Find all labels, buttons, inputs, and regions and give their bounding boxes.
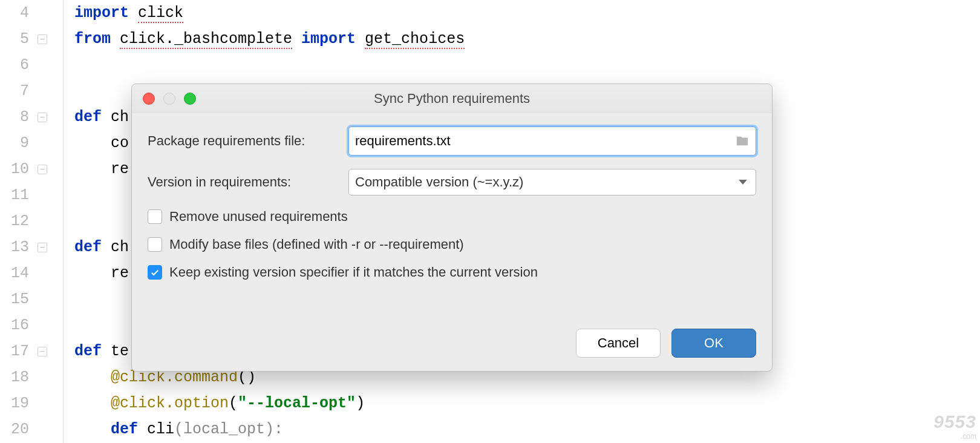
line-number-gutter: 4 5 6 7 8 9 10 11 12 13 14 15 16 17 18 1… <box>0 0 36 443</box>
line-number: 18 <box>0 364 29 390</box>
package-file-row: Package requirements file: <box>148 126 756 156</box>
line-number: 13 <box>0 234 29 260</box>
fold-marker-icon[interactable]: – <box>38 165 47 174</box>
code-line: from click._bashcomplete import get_choi… <box>74 26 465 52</box>
keep-existing-checkbox[interactable] <box>148 265 162 280</box>
line-number: 7 <box>0 78 29 104</box>
line-number: 9 <box>0 130 29 156</box>
watermark-main: 9553 <box>933 412 976 432</box>
line-number: 14 <box>0 260 29 286</box>
remove-unused-checkbox[interactable] <box>148 209 162 224</box>
line-number: 19 <box>0 390 29 416</box>
line-number: 8 <box>0 104 29 130</box>
package-file-input[interactable] <box>348 126 756 156</box>
minimize-window-icon <box>163 93 175 105</box>
line-number: 5 <box>0 26 29 52</box>
watermark-logo: 9553.com <box>933 412 976 441</box>
browse-folder-icon[interactable] <box>734 134 750 148</box>
package-file-field <box>348 126 756 156</box>
cancel-button[interactable]: Cancel <box>576 329 661 358</box>
keep-existing-row[interactable]: Keep existing version specifier if it ma… <box>148 264 756 280</box>
line-number: 17 <box>0 338 29 364</box>
line-number: 20 <box>0 416 29 442</box>
dialog-body: Package requirements file: Version in re… <box>132 113 772 329</box>
code-line: def cli(local_opt): <box>74 416 465 442</box>
sync-requirements-dialog: Sync Python requirements Package require… <box>131 84 773 372</box>
line-number: 15 <box>0 286 29 312</box>
line-number: 4 <box>0 0 29 26</box>
line-number: 16 <box>0 312 29 338</box>
dialog-titlebar[interactable]: Sync Python requirements <box>132 84 772 113</box>
close-window-icon[interactable] <box>143 93 155 105</box>
dialog-footer: Cancel OK <box>132 329 772 371</box>
package-file-label: Package requirements file: <box>148 133 348 149</box>
fold-marker-icon[interactable]: – <box>38 113 47 122</box>
line-number: 6 <box>0 52 29 78</box>
line-number: 10 <box>0 156 29 182</box>
remove-unused-label: Remove unused requirements <box>169 209 348 225</box>
version-row: Version in requirements: Compatible vers… <box>148 169 756 195</box>
zoom-window-icon[interactable] <box>184 93 196 105</box>
modify-base-row[interactable]: Modify base files (defined with -r or --… <box>148 237 756 252</box>
ok-button[interactable]: OK <box>671 329 756 358</box>
fold-gutter: – – – – – <box>36 0 64 443</box>
code-line: import click <box>74 0 465 26</box>
version-select[interactable]: Compatible version (~=x.y.z) <box>348 169 756 195</box>
window-controls <box>132 93 196 105</box>
fold-marker-icon[interactable]: – <box>38 34 47 44</box>
remove-unused-row[interactable]: Remove unused requirements <box>148 209 756 225</box>
line-number: 11 <box>0 182 29 208</box>
keep-existing-label: Keep existing version specifier if it ma… <box>169 264 538 280</box>
version-select-value: Compatible version (~=x.y.z) <box>355 174 523 190</box>
dialog-title: Sync Python requirements <box>132 91 772 107</box>
code-line: @click.option("--local-opt") <box>74 390 465 416</box>
modify-base-label: Modify base files (defined with -r or --… <box>169 237 464 252</box>
fold-marker-icon[interactable]: – <box>38 243 47 252</box>
fold-marker-icon[interactable]: – <box>38 347 47 356</box>
version-label: Version in requirements: <box>148 174 348 190</box>
line-number: 12 <box>0 208 29 234</box>
watermark-sub: .com <box>933 432 976 441</box>
modify-base-checkbox[interactable] <box>148 237 162 252</box>
